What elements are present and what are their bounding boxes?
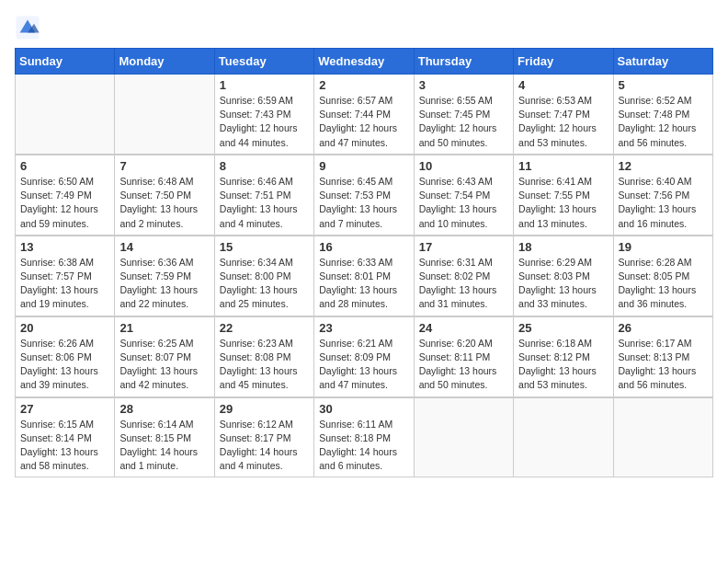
day-number: 21 [119,321,209,335]
calendar-day-cell: 17Sunrise: 6:31 AM Sunset: 8:02 PM Dayli… [414,236,513,316]
calendar-day-cell: 6Sunrise: 6:50 AM Sunset: 7:49 PM Daylig… [16,155,115,236]
day-info: Sunrise: 6:17 AM Sunset: 8:13 PM Dayligh… [619,337,708,393]
day-info: Sunrise: 6:38 AM Sunset: 7:57 PM Dayligh… [20,256,109,312]
day-info: Sunrise: 6:40 AM Sunset: 7:56 PM Dayligh… [619,175,708,231]
day-info: Sunrise: 6:18 AM Sunset: 8:12 PM Dayligh… [518,337,608,393]
day-of-week-header: Monday [115,49,214,75]
calendar-day-cell [613,397,712,477]
day-info: Sunrise: 6:36 AM Sunset: 7:59 PM Dayligh… [119,256,209,312]
day-number: 25 [518,321,608,335]
calendar-day-cell [115,75,214,155]
day-number: 16 [319,240,408,254]
calendar-day-cell: 14Sunrise: 6:36 AM Sunset: 7:59 PM Dayli… [115,236,214,316]
day-number: 6 [20,159,109,173]
day-info: Sunrise: 6:57 AM Sunset: 7:44 PM Dayligh… [319,94,408,150]
calendar-day-cell: 3Sunrise: 6:55 AM Sunset: 7:45 PM Daylig… [414,75,513,155]
day-info: Sunrise: 6:55 AM Sunset: 7:45 PM Dayligh… [419,94,508,150]
day-info: Sunrise: 6:48 AM Sunset: 7:50 PM Dayligh… [119,175,209,231]
day-info: Sunrise: 6:41 AM Sunset: 7:55 PM Dayligh… [518,175,608,231]
calendar-day-cell: 25Sunrise: 6:18 AM Sunset: 8:12 PM Dayli… [514,316,613,397]
day-number: 1 [220,78,309,92]
day-info: Sunrise: 6:53 AM Sunset: 7:47 PM Dayligh… [518,94,608,150]
day-number: 28 [119,402,209,416]
day-number: 26 [619,321,708,335]
page-header [15,15,713,40]
day-number: 2 [319,78,408,92]
day-of-week-header: Saturday [613,49,712,75]
calendar-day-cell: 4Sunrise: 6:53 AM Sunset: 7:47 PM Daylig… [514,75,613,155]
calendar-day-cell: 19Sunrise: 6:28 AM Sunset: 8:05 PM Dayli… [613,236,712,316]
calendar-day-cell: 5Sunrise: 6:52 AM Sunset: 7:48 PM Daylig… [613,75,712,155]
day-number: 14 [119,240,209,254]
day-number: 5 [619,78,708,92]
day-number: 7 [119,159,209,173]
day-info: Sunrise: 6:14 AM Sunset: 8:15 PM Dayligh… [119,418,209,474]
day-of-week-header: Tuesday [214,49,313,75]
calendar-day-cell: 20Sunrise: 6:26 AM Sunset: 8:06 PM Dayli… [16,316,115,397]
day-info: Sunrise: 6:28 AM Sunset: 8:05 PM Dayligh… [619,256,708,312]
calendar-week-row: 20Sunrise: 6:26 AM Sunset: 8:06 PM Dayli… [16,316,713,397]
day-number: 9 [319,159,408,173]
day-of-week-header: Thursday [414,49,513,75]
day-number: 13 [20,240,109,254]
calendar-day-cell [16,75,115,155]
day-info: Sunrise: 6:12 AM Sunset: 8:17 PM Dayligh… [220,418,309,474]
day-info: Sunrise: 6:21 AM Sunset: 8:09 PM Dayligh… [319,337,408,393]
day-number: 23 [319,321,408,335]
day-number: 11 [518,159,608,173]
calendar-day-cell: 22Sunrise: 6:23 AM Sunset: 8:08 PM Dayli… [214,316,313,397]
calendar-day-cell: 8Sunrise: 6:46 AM Sunset: 7:51 PM Daylig… [214,155,313,236]
calendar-day-cell: 10Sunrise: 6:43 AM Sunset: 7:54 PM Dayli… [414,155,513,236]
calendar-day-cell: 15Sunrise: 6:34 AM Sunset: 8:00 PM Dayli… [214,236,313,316]
calendar-day-cell [414,397,513,477]
day-number: 24 [419,321,508,335]
logo [15,15,44,40]
calendar-week-row: 13Sunrise: 6:38 AM Sunset: 7:57 PM Dayli… [16,236,713,316]
day-number: 8 [220,159,309,173]
day-info: Sunrise: 6:23 AM Sunset: 8:08 PM Dayligh… [220,337,309,393]
calendar-day-cell: 28Sunrise: 6:14 AM Sunset: 8:15 PM Dayli… [115,397,214,477]
day-info: Sunrise: 6:50 AM Sunset: 7:49 PM Dayligh… [20,175,109,231]
calendar-day-cell: 23Sunrise: 6:21 AM Sunset: 8:09 PM Dayli… [314,316,414,397]
day-info: Sunrise: 6:15 AM Sunset: 8:14 PM Dayligh… [20,418,109,474]
day-info: Sunrise: 6:43 AM Sunset: 7:54 PM Dayligh… [419,175,508,231]
day-of-week-header: Sunday [16,49,115,75]
day-number: 15 [220,240,309,254]
calendar-day-cell: 16Sunrise: 6:33 AM Sunset: 8:01 PM Dayli… [314,236,414,316]
calendar-header-row: SundayMondayTuesdayWednesdayThursdayFrid… [16,49,713,75]
day-info: Sunrise: 6:59 AM Sunset: 7:43 PM Dayligh… [220,94,309,150]
day-info: Sunrise: 6:11 AM Sunset: 8:18 PM Dayligh… [319,418,408,474]
day-info: Sunrise: 6:45 AM Sunset: 7:53 PM Dayligh… [319,175,408,231]
day-info: Sunrise: 6:34 AM Sunset: 8:00 PM Dayligh… [220,256,309,312]
day-number: 22 [220,321,309,335]
calendar-day-cell: 29Sunrise: 6:12 AM Sunset: 8:17 PM Dayli… [214,397,313,477]
calendar-day-cell: 1Sunrise: 6:59 AM Sunset: 7:43 PM Daylig… [214,75,313,155]
day-of-week-header: Friday [514,49,613,75]
day-of-week-header: Wednesday [314,49,414,75]
calendar-day-cell: 13Sunrise: 6:38 AM Sunset: 7:57 PM Dayli… [16,236,115,316]
day-info: Sunrise: 6:52 AM Sunset: 7:48 PM Dayligh… [619,94,708,150]
calendar-day-cell: 11Sunrise: 6:41 AM Sunset: 7:55 PM Dayli… [514,155,613,236]
calendar-day-cell: 26Sunrise: 6:17 AM Sunset: 8:13 PM Dayli… [613,316,712,397]
day-number: 17 [419,240,508,254]
calendar-day-cell: 27Sunrise: 6:15 AM Sunset: 8:14 PM Dayli… [16,397,115,477]
calendar-day-cell: 9Sunrise: 6:45 AM Sunset: 7:53 PM Daylig… [314,155,414,236]
day-number: 29 [220,402,309,416]
day-number: 10 [419,159,508,173]
day-number: 18 [518,240,608,254]
calendar-week-row: 1Sunrise: 6:59 AM Sunset: 7:43 PM Daylig… [16,75,713,155]
calendar-day-cell: 18Sunrise: 6:29 AM Sunset: 8:03 PM Dayli… [514,236,613,316]
day-info: Sunrise: 6:46 AM Sunset: 7:51 PM Dayligh… [220,175,309,231]
day-number: 20 [20,321,109,335]
calendar-day-cell: 7Sunrise: 6:48 AM Sunset: 7:50 PM Daylig… [115,155,214,236]
day-number: 3 [419,78,508,92]
calendar-table: SundayMondayTuesdayWednesdayThursdayFrid… [15,48,713,477]
logo-icon [15,15,40,40]
calendar-day-cell: 2Sunrise: 6:57 AM Sunset: 7:44 PM Daylig… [314,75,414,155]
day-info: Sunrise: 6:29 AM Sunset: 8:03 PM Dayligh… [518,256,608,312]
day-info: Sunrise: 6:31 AM Sunset: 8:02 PM Dayligh… [419,256,508,312]
day-number: 27 [20,402,109,416]
day-info: Sunrise: 6:33 AM Sunset: 8:01 PM Dayligh… [319,256,408,312]
day-info: Sunrise: 6:26 AM Sunset: 8:06 PM Dayligh… [20,337,109,393]
day-number: 19 [619,240,708,254]
